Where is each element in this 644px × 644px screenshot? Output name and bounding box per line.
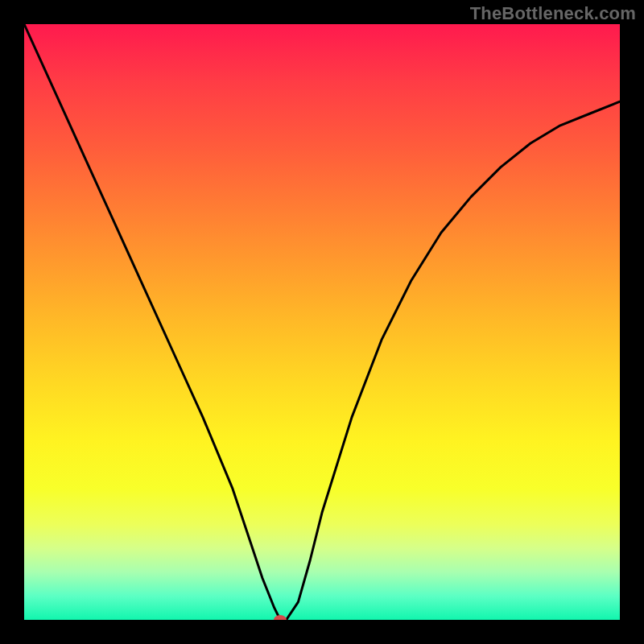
chart-frame: TheBottleneck.com	[0, 0, 644, 644]
bottleneck-curve	[24, 24, 620, 620]
plot-area	[24, 24, 620, 620]
watermark-text: TheBottleneck.com	[470, 3, 636, 24]
optimum-dot	[274, 615, 287, 620]
